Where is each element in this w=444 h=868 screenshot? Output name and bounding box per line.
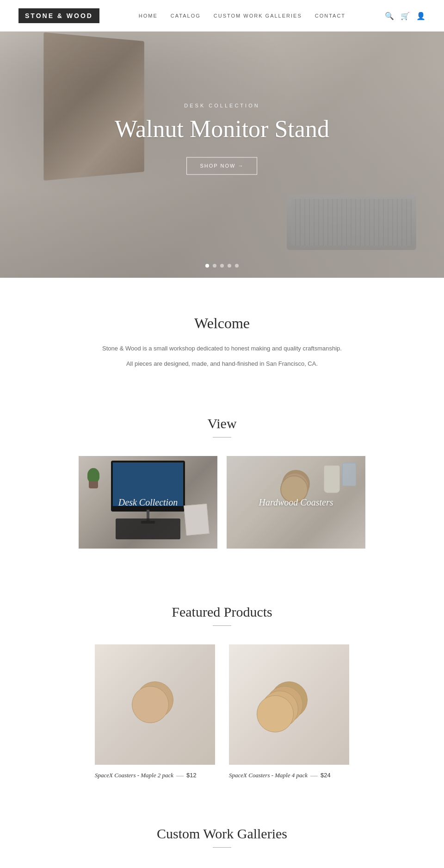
main-nav: HOME CATALOG CUSTOM WORK GALLERIES CONTA… — [139, 13, 345, 19]
view-card-desk[interactable]: Desk Collection — [79, 456, 217, 549]
account-icon[interactable]: 👤 — [416, 12, 426, 20]
featured-divider — [213, 625, 231, 626]
shop-now-arrow: → — [238, 163, 244, 169]
view-heading: View — [18, 416, 426, 431]
product-image-2pack — [95, 644, 215, 765]
hero-title: Walnut Monitor Stand — [115, 116, 329, 142]
site-logo[interactable]: STONE & WOOD — [18, 8, 99, 23]
shop-now-label: ShoP Now — [200, 163, 236, 169]
hero-keyboard-keys — [291, 199, 412, 245]
hardwood-coasters-label: Hardwood Coasters — [259, 497, 333, 507]
hero-dot-3[interactable] — [220, 264, 224, 268]
product-dash-2pack: — — [176, 771, 184, 780]
hero-dot-4[interactable] — [228, 264, 231, 268]
prod-coaster-circle-6 — [257, 695, 294, 732]
product-image-4pack — [229, 644, 349, 765]
product-info-2pack: SpaceX Coasters - Maple 2 pack — $12 — [95, 771, 215, 780]
custom-work-heading: Custom Work Galleries — [18, 826, 426, 842]
hero-dot-5[interactable] — [235, 264, 239, 268]
welcome-line1: Stone & Wood is a small workshop dedicat… — [18, 343, 426, 354]
nav-catalog[interactable]: CATALOG — [171, 13, 201, 19]
featured-section: Featured Products SpaceX Coasters - Mapl… — [0, 576, 444, 798]
hero-dot-1[interactable] — [205, 264, 209, 268]
custom-work-divider — [213, 847, 231, 848]
nav-custom-work[interactable]: CUSTOM WORK GALLERIES — [214, 13, 302, 19]
nav-icon-group: 🔍 🛒 👤 — [385, 12, 426, 20]
nav-contact[interactable]: CONTACT — [315, 13, 345, 19]
product-card-4pack[interactable]: SpaceX Coasters - Maple 4 pack — $24 — [229, 644, 349, 780]
product-name-4pack: SpaceX Coasters - Maple 4 pack — [229, 772, 308, 779]
view-grid: Desk Collection Hardwood Coasters — [18, 456, 426, 549]
welcome-line2: All pieces are designed, made, and hand-… — [18, 358, 426, 369]
hero-section: DESK COLLECTION Walnut Monitor Stand Sho… — [0, 0, 444, 278]
custom-work-section: Custom Work Galleries — [0, 798, 444, 868]
product-dash-4pack: — — [310, 771, 318, 780]
nav-home[interactable]: HOME — [139, 13, 158, 19]
hero-dot-2[interactable] — [213, 264, 216, 268]
product-info-4pack: SpaceX Coasters - Maple 4 pack — $24 — [229, 771, 349, 780]
hero-subtitle: DESK COLLECTION — [115, 103, 329, 108]
hero-dots — [205, 264, 239, 268]
product-card-2pack[interactable]: SpaceX Coasters - Maple 2 pack — $12 — [95, 644, 215, 780]
prod-coaster-circle-2 — [132, 686, 169, 723]
desk-collection-label: Desk Collection — [118, 497, 178, 507]
product-price-4pack: $24 — [321, 772, 331, 779]
products-grid: SpaceX Coasters - Maple 2 pack — $12 Spa… — [18, 644, 426, 780]
welcome-heading: Welcome — [18, 315, 426, 332]
view-divider — [213, 437, 231, 437]
search-icon[interactable]: 🔍 — [385, 12, 394, 20]
shop-now-button[interactable]: ShoP Now → — [187, 157, 258, 175]
cart-icon[interactable]: 🛒 — [401, 12, 410, 20]
product-name-2pack: SpaceX Coasters - Maple 2 pack — [95, 772, 173, 779]
welcome-section: Welcome Stone & Wood is a small workshop… — [0, 278, 444, 406]
view-section: View Desk C — [0, 406, 444, 576]
view-card-coasters[interactable]: Hardwood Coasters — [227, 456, 365, 549]
hero-content: DESK COLLECTION Walnut Monitor Stand Sho… — [115, 103, 329, 175]
product-price-2pack: $12 — [186, 772, 197, 779]
featured-heading: Featured Products — [18, 604, 426, 620]
site-header: STONE & WOOD HOME CATALOG CUSTOM WORK GA… — [0, 0, 444, 31]
